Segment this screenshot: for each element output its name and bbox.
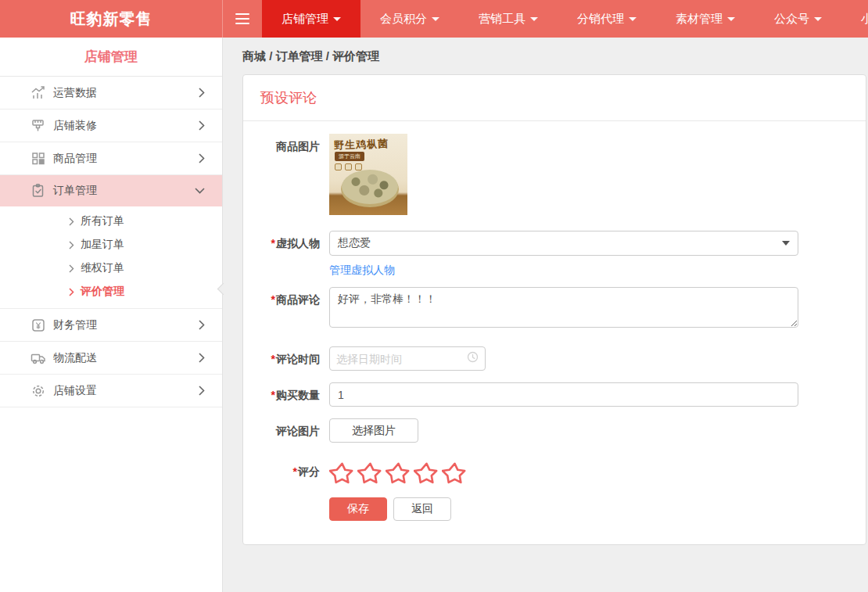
nav-item-material-management[interactable]: 素材管理 [656, 0, 755, 38]
rating-stars [329, 459, 866, 486]
sidebar-item-finance-management[interactable]: 财务管理 [0, 309, 222, 342]
product-image-label: 商品图片 [243, 134, 329, 215]
sidebar-item-product-management[interactable]: 商品管理 [0, 142, 222, 175]
chevron-down-icon [814, 17, 822, 21]
chevron-right-icon [69, 217, 74, 226]
quantity-label: *购买数量 [243, 382, 329, 407]
product-image-seals [335, 163, 362, 170]
sidebar-item-operation-data[interactable]: 运营数据 [0, 77, 222, 109]
nav-item-mini-program[interactable]: 小程序 [841, 0, 868, 38]
back-button[interactable]: 返回 [393, 497, 451, 521]
virtual-person-select[interactable]: 想恋爱 [329, 231, 798, 256]
datetime-picker[interactable] [329, 346, 486, 371]
sidebar-item-shop-decoration[interactable]: 店铺装修 [0, 109, 222, 142]
sidebar-subitem-review-management[interactable]: 评价管理 [0, 280, 222, 303]
chevron-right-icon [199, 153, 205, 163]
chevron-down-icon [195, 188, 205, 194]
chevron-right-icon [199, 386, 205, 396]
chart-icon [30, 85, 47, 101]
chevron-right-icon [199, 120, 205, 131]
sidebar: 店铺管理 运营数据 店铺装修 商品管理 [0, 38, 223, 592]
hamburger-menu-icon[interactable] [223, 0, 262, 38]
datetime-input[interactable] [336, 353, 467, 365]
sidebar-subitem-starred-orders[interactable]: 加星订单 [0, 233, 222, 257]
sidebar-item-logistics[interactable]: 物流配送 [0, 342, 222, 375]
grid-icon [30, 151, 47, 167]
top-nav: 店铺管理 会员积分 营销工具 分销代理 素材管理 公众号 小程序 系统管理 [262, 0, 868, 38]
comment-textarea[interactable]: 好评，非常棒！！！ [329, 287, 798, 328]
choose-image-button[interactable]: 选择图片 [329, 418, 418, 443]
nav-item-member-points[interactable]: 会员积分 [360, 0, 459, 38]
product-image-badge: 源于云南 [335, 152, 364, 161]
brush-icon [30, 118, 47, 134]
app-logo: 旺豹新零售 [0, 0, 223, 38]
breadcrumb: 商城 / 订单管理 / 评价管理 [223, 38, 868, 74]
star-icon[interactable] [442, 461, 468, 486]
rating-label: *评分 [243, 459, 329, 486]
review-images-label: 评论图片 [243, 418, 329, 443]
chevron-right-icon [199, 353, 205, 363]
select-arrow-icon [782, 241, 790, 246]
sidebar-title: 店铺管理 [0, 38, 222, 77]
save-button[interactable]: 保存 [329, 497, 387, 521]
sidebar-subitem-rights-orders[interactable]: 维权订单 [0, 257, 222, 280]
chevron-down-icon [530, 17, 538, 21]
product-image: 野生鸡枞菌 源于云南 [329, 134, 407, 215]
star-icon[interactable] [329, 461, 355, 486]
chevron-right-icon [199, 88, 205, 98]
truck-icon [30, 350, 47, 366]
chevron-down-icon [629, 17, 637, 21]
virtual-person-label: *虚拟人物 [243, 231, 329, 256]
product-image-bowl [342, 170, 398, 204]
chevron-right-icon [199, 320, 205, 330]
nav-item-official-account[interactable]: 公众号 [755, 0, 841, 38]
quantity-input[interactable] [329, 382, 798, 407]
comment-label: *商品评论 [243, 287, 329, 331]
chevron-down-icon [333, 17, 341, 21]
yen-icon [30, 318, 47, 333]
star-icon[interactable] [357, 461, 383, 486]
manage-virtual-person-link[interactable]: 管理虚拟人物 [329, 262, 395, 278]
sidebar-subitem-all-orders[interactable]: 所有订单 [0, 210, 222, 233]
clipboard-icon [30, 183, 47, 199]
star-icon[interactable] [414, 461, 439, 486]
product-image-title: 野生鸡枞菌 [334, 137, 389, 152]
page-title: 预设评论 [243, 75, 866, 121]
star-icon[interactable] [386, 461, 411, 486]
main-content: 商城 / 订单管理 / 评价管理 预设评论 商品图片 野生鸡枞菌 源于云南 [223, 38, 868, 592]
sidebar-item-order-management[interactable]: 订单管理 [0, 175, 222, 206]
chevron-down-icon [432, 17, 439, 21]
chevron-right-icon [69, 241, 74, 249]
clock-icon [467, 351, 479, 366]
nav-item-distribution-agent[interactable]: 分销代理 [558, 0, 656, 38]
chevron-right-icon [69, 264, 74, 273]
chevron-down-icon [727, 17, 735, 21]
top-header: 旺豹新零售 店铺管理 会员积分 营销工具 分销代理 素材管理 公众号 小程序 [0, 0, 868, 38]
preset-review-panel: 预设评论 商品图片 野生鸡枞菌 源于云南 [242, 74, 866, 545]
order-submenu: 所有订单 加星订单 维权订单 评价管理 [0, 206, 222, 309]
comment-time-label: *评论时间 [243, 346, 329, 371]
nav-item-shop-management[interactable]: 店铺管理 [262, 0, 360, 38]
nav-item-marketing-tools[interactable]: 营销工具 [459, 0, 558, 38]
sidebar-item-shop-settings[interactable]: 店铺设置 [0, 375, 222, 407]
gear-icon [30, 383, 47, 399]
chevron-right-icon [69, 288, 74, 296]
preset-review-form: 商品图片 野生鸡枞菌 源于云南 *虚拟人物 [243, 121, 866, 544]
